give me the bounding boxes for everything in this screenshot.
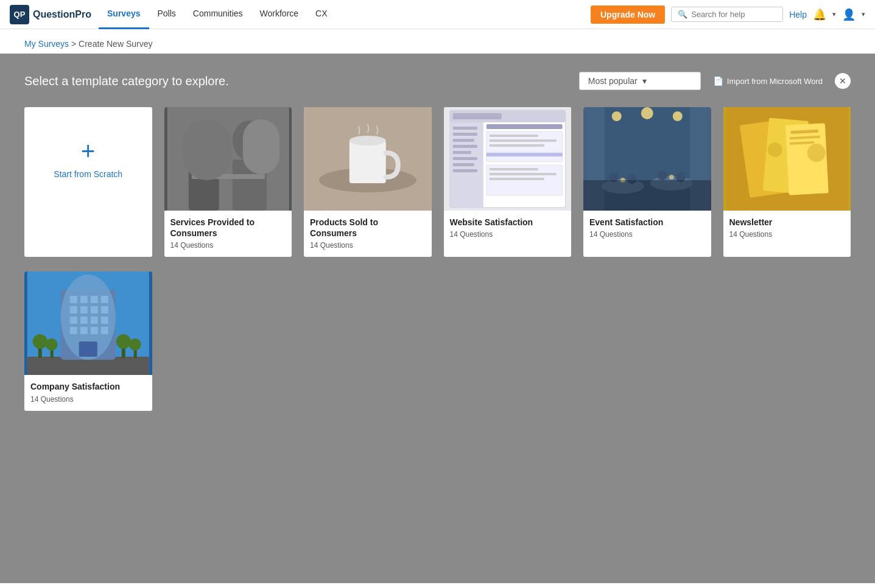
svg-point-54 [807,144,825,162]
card-newsletter[interactable]: Newsletter 14 Questions [723,107,851,257]
svg-rect-69 [70,317,77,324]
svg-point-83 [116,334,131,349]
event-title: Event Satisfaction [589,217,705,228]
category-dropdown[interactable]: Most popular ▾ [579,72,701,90]
svg-rect-17 [452,139,474,142]
import-word-button[interactable]: 📄 Import from Microsoft Word [713,76,823,86]
svg-rect-34 [586,107,605,211]
company-thumb [24,271,152,375]
svg-rect-75 [91,327,98,334]
nav-polls[interactable]: Polls [149,0,184,29]
user-avatar-icon[interactable]: 👤 [842,8,856,21]
svg-rect-68 [101,306,108,313]
event-thumb [583,107,711,211]
svg-point-43 [658,170,667,180]
search-input[interactable] [691,10,776,19]
nav-items: Surveys Polls Communities Workforce CX [99,0,336,29]
newsletter-subtitle: 14 Questions [729,230,845,239]
nav-surveys[interactable]: Surveys [99,0,149,29]
svg-rect-31 [489,178,544,180]
svg-rect-29 [489,168,538,170]
svg-rect-25 [489,135,538,137]
svg-rect-0 [167,107,289,211]
user-chevron-icon[interactable]: ▾ [862,10,865,18]
svg-point-45 [620,178,625,183]
template-cards-row2: Company Satisfaction 14 Questions [24,271,851,410]
svg-rect-27 [489,144,544,147]
close-button[interactable]: ✕ [835,73,851,89]
plus-icon: + [81,139,95,163]
svg-point-36 [612,111,622,121]
template-header: Select a template category to explore. M… [24,72,851,90]
event-subtitle: 14 Questions [589,230,705,239]
svg-rect-22 [452,169,477,172]
svg-rect-62 [80,296,88,303]
svg-rect-20 [452,157,477,160]
svg-point-42 [627,174,637,184]
help-link[interactable]: Help [789,10,807,19]
main-content: Select a template category to explore. M… [0,54,875,583]
svg-rect-16 [452,133,477,136]
upgrade-button[interactable]: Upgrade Now [591,5,665,24]
svg-point-37 [641,107,653,119]
products-thumb [304,107,432,211]
bell-chevron-icon[interactable]: ▾ [832,10,836,18]
svg-rect-71 [91,317,98,324]
scratch-label: Start from Scratch [54,169,122,179]
logo-name: QuestionPro [33,9,91,20]
svg-point-55 [767,142,782,157]
card-company[interactable]: Company Satisfaction 14 Questions [24,271,152,410]
svg-rect-23 [486,124,562,129]
svg-point-3 [232,121,266,161]
products-info: Products Sold to Consumers 14 Questions [304,211,432,257]
nav-workforce[interactable]: Workforce [251,0,307,29]
svg-rect-72 [101,317,108,324]
newsletter-info: Newsletter 14 Questions [723,211,851,246]
card-website[interactable]: Website Satisfaction 14 Questions [444,107,572,257]
scratch-thumb: + Start from Scratch [24,107,152,211]
svg-rect-8 [350,141,386,183]
company-subtitle: 14 Questions [30,395,146,404]
newsletter-thumb [723,107,851,211]
breadcrumb-current: Create New Survey [79,39,152,49]
services-title: Services Provided to Consumers [170,217,286,239]
search-box: 🔍 [671,7,783,22]
bell-icon[interactable]: 🔔 [813,8,826,21]
svg-rect-15 [452,127,477,130]
svg-point-1 [188,125,219,162]
logo-abbr: QP [14,10,26,19]
services-thumb [164,107,292,211]
breadcrumb-separator: > [71,39,76,49]
template-heading: Select a template category to explore. [24,74,567,88]
close-icon: ✕ [839,76,846,86]
svg-rect-76 [101,327,108,334]
card-services[interactable]: Services Provided to Consumers 14 Questi… [164,107,292,257]
website-subtitle: 14 Questions [450,230,566,239]
svg-rect-63 [91,296,98,303]
newsletter-title: Newsletter [729,217,845,228]
svg-rect-61 [70,296,77,303]
template-cards-row1: + Start from Scratch Services Prov [24,107,851,257]
card-event[interactable]: Event Satisfaction 14 Questions [583,107,711,257]
company-info: Company Satisfaction 14 Questions [24,375,152,410]
svg-point-85 [129,338,141,351]
svg-rect-32 [486,153,562,156]
svg-rect-18 [452,145,477,148]
svg-rect-2 [188,161,219,211]
chevron-down-icon: ▾ [642,76,692,86]
svg-point-38 [673,111,683,121]
card-products[interactable]: Products Sold to Consumers 14 Questions [304,107,432,257]
nav-cx[interactable]: CX [307,0,336,29]
services-subtitle: 14 Questions [170,241,286,250]
svg-rect-65 [70,306,77,313]
svg-rect-30 [489,173,556,175]
breadcrumb-parent[interactable]: My Surveys [24,39,69,49]
svg-rect-67 [91,306,98,313]
company-title: Company Satisfaction [30,381,146,392]
svg-rect-13 [452,113,501,119]
website-info: Website Satisfaction 14 Questions [444,211,572,246]
card-scratch[interactable]: + Start from Scratch [24,107,152,257]
logo: QP QuestionPro [10,5,91,24]
nav-communities[interactable]: Communities [184,0,251,29]
breadcrumb: My Surveys > Create New Survey [0,29,875,54]
